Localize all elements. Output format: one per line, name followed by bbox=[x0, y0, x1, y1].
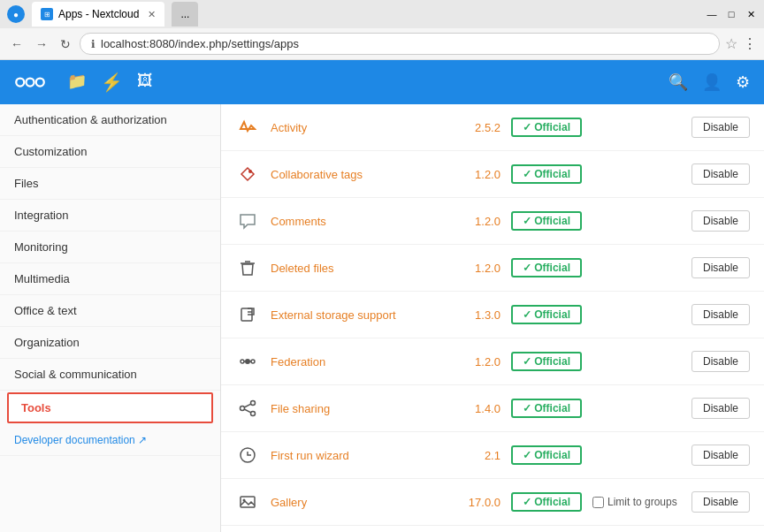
app-name: File sharing bbox=[271, 402, 446, 415]
folder-icon[interactable]: 📁 bbox=[67, 72, 87, 93]
forward-button[interactable]: → bbox=[32, 35, 51, 53]
contacts-icon[interactable]: 👤 bbox=[702, 72, 722, 92]
bookmark-button[interactable]: ☆ bbox=[725, 35, 737, 52]
app-header: 📁 ⚡ 🖼 🔍 👤 ⚙ bbox=[0, 60, 764, 104]
sidebar-item-files[interactable]: Files bbox=[0, 168, 220, 200]
svg-point-18 bbox=[251, 412, 256, 416]
nextcloud-logo[interactable] bbox=[14, 66, 46, 98]
app-row: Federation 1.2.0 ✓ Official Disable bbox=[221, 338, 764, 385]
app-list: Activity 2.5.2 ✓ Official Disable Collab… bbox=[221, 104, 764, 532]
lightning-icon[interactable]: ⚡ bbox=[101, 72, 123, 93]
official-badge: ✓ Official bbox=[511, 258, 582, 277]
image-icon[interactable]: 🖼 bbox=[137, 72, 153, 93]
app-icon bbox=[235, 396, 260, 421]
app-row: Collaborative tags 1.2.0 ✓ Official Disa… bbox=[221, 151, 764, 198]
app-name: External storage support bbox=[271, 308, 446, 322]
app-name: Collaborative tags bbox=[271, 168, 446, 181]
app-icon bbox=[235, 209, 260, 233]
svg-point-3 bbox=[17, 80, 23, 86]
disable-button[interactable]: Disable bbox=[691, 445, 750, 466]
sidebar-item-social[interactable]: Social & communication bbox=[0, 359, 220, 391]
active-tab[interactable]: ⊞ Apps - Nextcloud ✕ bbox=[32, 2, 164, 27]
svg-point-16 bbox=[241, 407, 245, 411]
disable-button[interactable]: Disable bbox=[691, 304, 750, 325]
browser-menu-button[interactable]: ⋮ bbox=[743, 35, 757, 52]
disable-button[interactable]: Disable bbox=[691, 210, 750, 232]
sidebar-item-integration[interactable]: Integration bbox=[0, 200, 220, 232]
back-button[interactable]: ← bbox=[7, 35, 27, 53]
app-version: 1.2.0 bbox=[456, 168, 500, 181]
sidebar-item-office-text[interactable]: Office & text bbox=[0, 295, 220, 327]
svg-marker-6 bbox=[241, 122, 255, 131]
app-version: 1.2.0 bbox=[456, 215, 500, 228]
close-tab-icon[interactable]: ✕ bbox=[148, 9, 156, 20]
official-badge: ✓ Official bbox=[511, 164, 582, 184]
app-name: Comments bbox=[271, 215, 446, 228]
app-name: Deleted files bbox=[271, 262, 446, 275]
official-badge: ✓ Official bbox=[511, 352, 582, 371]
app-icon bbox=[235, 443, 260, 467]
restore-button[interactable]: □ bbox=[725, 8, 737, 20]
title-bar: ● ⊞ Apps - Nextcloud ✕ ... — □ ✕ bbox=[0, 0, 764, 28]
nextcloud-logo-svg bbox=[14, 66, 46, 98]
app-row: File sharing 1.4.0 ✓ Official Disable bbox=[221, 385, 764, 432]
svg-point-12 bbox=[241, 360, 244, 363]
close-button[interactable]: ✕ bbox=[745, 8, 757, 20]
app-version: 2.5.2 bbox=[456, 121, 500, 134]
app-icon bbox=[235, 490, 260, 514]
disable-button[interactable]: Disable bbox=[691, 163, 750, 185]
svg-line-20 bbox=[244, 409, 251, 413]
sidebar-item-multimedia[interactable]: Multimedia bbox=[0, 263, 220, 295]
app-icon bbox=[235, 162, 260, 186]
app-row: Gallery 17.0.0 ✓ Official Limit to group… bbox=[221, 479, 764, 526]
app-row: Comments 1.2.0 ✓ Official Disable bbox=[221, 198, 764, 245]
sidebar-item-monitoring[interactable]: Monitoring bbox=[0, 232, 220, 263]
disable-button[interactable]: Disable bbox=[691, 398, 750, 419]
official-badge: ✓ Official bbox=[511, 445, 582, 465]
url-box[interactable]: ℹ localhost:8080/index.php/settings/apps bbox=[80, 33, 720, 55]
disable-button[interactable]: Disable bbox=[691, 351, 750, 372]
address-bar: ← → ↻ ℹ localhost:8080/index.php/setting… bbox=[0, 28, 764, 60]
disable-button[interactable]: Disable bbox=[691, 257, 750, 278]
settings-icon[interactable]: ⚙ bbox=[736, 72, 750, 92]
sidebar-item-auth[interactable]: Authentication & authorization bbox=[0, 104, 220, 136]
svg-point-13 bbox=[251, 360, 255, 363]
app-name: Gallery bbox=[271, 496, 446, 509]
svg-rect-22 bbox=[241, 497, 255, 507]
search-icon[interactable]: 🔍 bbox=[668, 72, 688, 92]
app-name: Activity bbox=[271, 121, 446, 134]
app-version: 17.0.0 bbox=[456, 496, 500, 509]
inactive-tab[interactable]: ... bbox=[172, 2, 198, 27]
sidebar-item-tools[interactable]: Tools bbox=[7, 392, 213, 423]
svg-point-5 bbox=[37, 80, 43, 86]
app-row: First run wizard 2.1 ✓ Official Disable bbox=[221, 432, 764, 479]
app-version: 1.2.0 bbox=[456, 262, 500, 275]
browser-icon: ● bbox=[7, 5, 25, 23]
inactive-tab-label: ... bbox=[180, 8, 189, 20]
disable-button[interactable]: Disable bbox=[691, 117, 750, 138]
header-nav-icons: 📁 ⚡ 🖼 bbox=[67, 72, 153, 93]
app-name: Federation bbox=[271, 355, 446, 369]
official-badge: ✓ Official bbox=[511, 399, 582, 418]
sidebar: Authentication & authorization Customiza… bbox=[0, 104, 221, 532]
svg-point-11 bbox=[245, 359, 250, 364]
window-controls: — □ ✕ bbox=[706, 8, 757, 20]
official-badge: ✓ Official bbox=[511, 211, 582, 231]
app-icon bbox=[235, 115, 260, 140]
disable-button[interactable]: Disable bbox=[691, 491, 750, 513]
svg-point-7 bbox=[248, 170, 252, 173]
lock-icon: ℹ bbox=[91, 38, 96, 50]
sidebar-item-customization[interactable]: Customization bbox=[0, 136, 220, 168]
main-layout: Authentication & authorization Customiza… bbox=[0, 104, 764, 532]
app-row: External storage support 1.3.0 ✓ Officia… bbox=[221, 292, 764, 338]
sidebar-item-organization[interactable]: Organization bbox=[0, 327, 220, 359]
sidebar-item-dev-docs[interactable]: Developer documentation ↗ bbox=[0, 425, 220, 456]
header-right-icons: 🔍 👤 ⚙ bbox=[668, 72, 750, 92]
svg-point-17 bbox=[251, 401, 256, 406]
refresh-button[interactable]: ↻ bbox=[57, 35, 74, 53]
minimize-button[interactable]: — bbox=[706, 8, 718, 20]
app-row: Deleted files 1.2.0 ✓ Official Disable bbox=[221, 245, 764, 292]
official-badge: ✓ Official bbox=[511, 492, 582, 512]
app-row: Activity 2.5.2 ✓ Official Disable bbox=[221, 104, 764, 151]
limit-groups-checkbox[interactable] bbox=[592, 497, 604, 508]
